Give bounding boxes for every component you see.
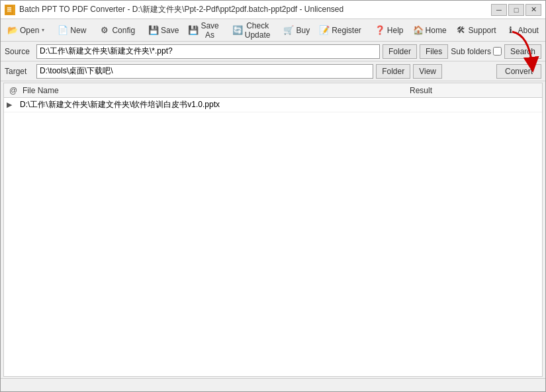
target-view-button[interactable]: View (413, 64, 442, 79)
open-dropdown-arrow: ▾ (42, 27, 44, 33)
title-bar-left: Batch PPT TO PDF Converter - D:\新建文件夹\Pp… (5, 4, 343, 15)
buy-button[interactable]: 🛒 Buy (279, 22, 314, 39)
app-icon (5, 5, 15, 15)
title-bar: Batch PPT TO PDF Converter - D:\新建文件夹\Pp… (1, 1, 545, 19)
file-list-header: @ File Name Result (4, 83, 542, 98)
close-button[interactable]: ✕ (525, 4, 541, 16)
new-icon: 📄 (58, 25, 68, 36)
support-icon: 🛠 (456, 25, 467, 36)
about-icon: ℹ (506, 25, 516, 36)
window-controls: ─ □ ✕ (491, 4, 541, 16)
home-button[interactable]: 🏠 Home (409, 22, 451, 39)
search-button[interactable]: Search (504, 44, 541, 59)
subfolder-label: Sub folders (451, 47, 502, 56)
header-name-col: File Name (20, 86, 407, 95)
register-icon: 📝 (319, 25, 330, 36)
check-update-icon: 🔄 (232, 25, 243, 36)
subfolder-checkbox[interactable] (493, 47, 502, 56)
buy-icon: 🛒 (283, 25, 294, 36)
file-list-body: ▶ D:\工作\新建文件夹\新建文件夹\软件培训白皮书v1.0.pptx (4, 98, 542, 376)
support-button[interactable]: 🛠 Support (452, 22, 500, 39)
save-as-icon: 💾 (188, 25, 199, 36)
header-result-col: Result (407, 86, 539, 95)
window-title: Batch PPT TO PDF Converter - D:\新建文件夹\Pp… (19, 4, 343, 15)
target-row: Target Folder View Convert (1, 61, 545, 81)
help-icon: ❓ (375, 25, 385, 36)
home-icon: 🏠 (413, 25, 424, 36)
new-button[interactable]: 📄 New (54, 22, 90, 39)
about-button[interactable]: ℹ About (502, 22, 543, 39)
toolbar: 📂 Open ▾ 📄 New ⚙ Config 💾 Save 💾 Save As… (1, 19, 545, 42)
register-button[interactable]: 📝 Register (315, 22, 365, 39)
open-icon: 📂 (7, 25, 18, 36)
svg-rect-1 (7, 7, 11, 9)
save-icon: 💾 (148, 25, 159, 36)
source-label: Source (5, 47, 34, 56)
source-input[interactable] (36, 44, 380, 59)
row-expand-icon: ▶ (7, 100, 20, 109)
check-update-button[interactable]: 🔄 Check Update (228, 22, 275, 39)
convert-button[interactable]: Convert (496, 64, 541, 79)
svg-rect-3 (7, 11, 11, 12)
help-button[interactable]: ❓ Help (371, 22, 408, 39)
save-button[interactable]: 💾 Save (144, 22, 183, 39)
minimize-button[interactable]: ─ (491, 4, 507, 16)
save-as-button[interactable]: 💾 Save As (184, 22, 222, 39)
source-files-button[interactable]: Files (420, 44, 448, 59)
status-bar (1, 378, 545, 391)
config-button[interactable]: ⚙ Config (95, 22, 139, 39)
header-icon-col: @ (7, 86, 20, 95)
open-button[interactable]: 📂 Open ▾ (3, 22, 48, 39)
source-row: Source Folder Files Sub folders Search (1, 42, 545, 61)
source-folder-button[interactable]: Folder (383, 44, 417, 59)
file-list-container: @ File Name Result ▶ D:\工作\新建文件夹\新建文件夹\软… (3, 83, 543, 377)
config-icon: ⚙ (99, 25, 110, 36)
main-window: Batch PPT TO PDF Converter - D:\新建文件夹\Pp… (0, 0, 546, 392)
row-filename: D:\工作\新建文件夹\新建文件夹\软件培训白皮书v1.0.pptx (20, 99, 407, 110)
target-folder-button[interactable]: Folder (376, 64, 410, 79)
table-row[interactable]: ▶ D:\工作\新建文件夹\新建文件夹\软件培训白皮书v1.0.pptx (4, 98, 542, 112)
target-input[interactable] (36, 64, 373, 79)
target-label: Target (5, 67, 34, 76)
maximize-button[interactable]: □ (508, 4, 524, 16)
svg-rect-2 (7, 9, 11, 10)
